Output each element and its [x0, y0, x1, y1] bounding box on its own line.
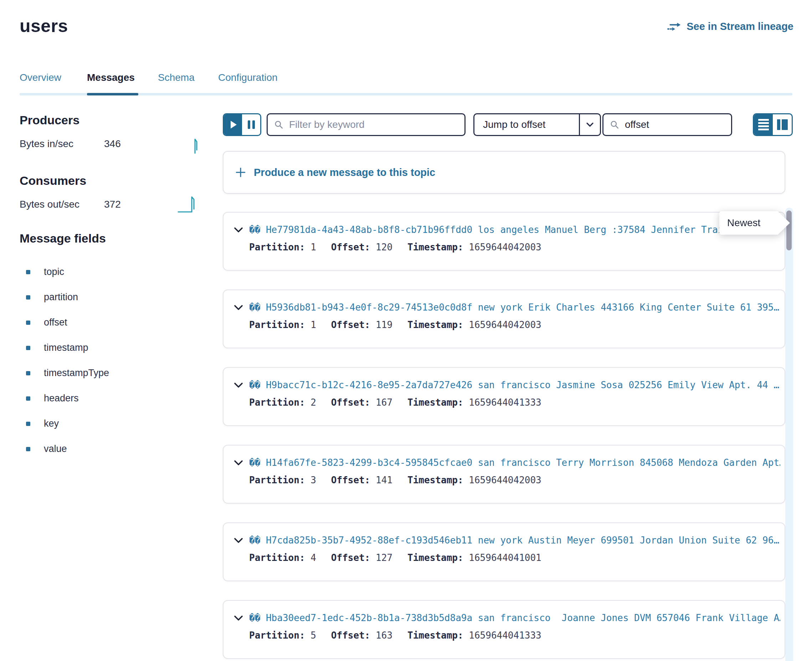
- chevron-down-icon[interactable]: [234, 460, 243, 465]
- message-field-label: value: [44, 444, 67, 455]
- offset-label: Offset:: [331, 319, 370, 330]
- message-card[interactable]: �� H5936db81-b943-4e0f-8c29-74513e0c0d8f…: [223, 289, 785, 348]
- tab-overview[interactable]: Overview: [19, 72, 61, 83]
- chevron-down-icon[interactable]: [234, 383, 243, 388]
- bytes-out-label: Bytes out/sec: [19, 199, 80, 210]
- offset-label: Offset:: [331, 552, 370, 563]
- pause-icon: [248, 120, 255, 129]
- bytes-in-label: Bytes in/sec: [19, 138, 74, 150]
- bullet-icon: [26, 396, 30, 401]
- timestamp-label: Timestamp:: [407, 552, 463, 563]
- message-key[interactable]: �� Hba30eed7-1edc-452b-8b1a-738d3b5d8a9a…: [249, 613, 780, 623]
- offset-search-wrap[interactable]: [602, 113, 732, 136]
- message-card[interactable]: �� H9bacc71c-b12c-4216-8e95-2a7da727e426…: [223, 367, 785, 426]
- message-key[interactable]: �� He77981da-4a43-48ab-b8f8-cb71b96ffdd0…: [249, 224, 740, 235]
- partition-label: Partition:: [249, 630, 305, 641]
- offset-search-input[interactable]: [624, 118, 725, 131]
- timestamp-value: 1659644041333: [469, 630, 541, 641]
- stream-lineage-label: See in Stream lineage: [687, 21, 793, 32]
- column-view-button[interactable]: [773, 114, 792, 135]
- message-field-item[interactable]: headers: [19, 386, 191, 411]
- message-key[interactable]: �� H7cda825b-35b7-4952-88ef-c193d546eb11…: [249, 535, 779, 546]
- consumers-heading: Consumers: [19, 174, 86, 188]
- message-field-item[interactable]: value: [19, 436, 191, 461]
- partition-value: 1: [311, 319, 316, 330]
- select-chevron-segment[interactable]: [579, 114, 600, 135]
- message-key[interactable]: �� H5936db81-b943-4e0f-8c29-74513e0c0d8f…: [249, 302, 779, 313]
- message-meta: Partition: 4 Offset: 127 Timestamp: 1659…: [249, 552, 781, 563]
- message-card[interactable]: �� Hba30eed7-1edc-452b-8b1a-738d3b5d8a9a…: [223, 600, 785, 659]
- message-field-label: headers: [44, 393, 79, 404]
- bullet-icon: [26, 321, 30, 325]
- bullet-icon: [26, 422, 30, 426]
- message-field-item[interactable]: key: [19, 411, 191, 436]
- tab-active-underline: [87, 93, 138, 96]
- filter-keyword-input[interactable]: [288, 118, 458, 131]
- bullet-icon: [26, 270, 30, 274]
- jump-to-offset-label: Jump to offset: [474, 114, 579, 135]
- offset-value: 141: [376, 475, 392, 485]
- message-meta: Partition: 5 Offset: 163 Timestamp: 1659…: [249, 630, 781, 641]
- search-icon: [274, 120, 283, 129]
- partition-value: 2: [311, 397, 316, 408]
- message-field-item[interactable]: topic: [19, 259, 191, 284]
- jump-to-offset-select[interactable]: Jump to offset: [473, 113, 601, 136]
- partition-value: 5: [311, 630, 316, 641]
- chevron-down-icon[interactable]: [234, 538, 243, 543]
- newest-tooltip: Newest: [719, 211, 778, 235]
- play-icon: [231, 121, 237, 129]
- view-mode-toggle[interactable]: [753, 113, 793, 136]
- message-field-item[interactable]: partition: [19, 284, 191, 310]
- offset-value: 120: [376, 242, 392, 252]
- produce-message-button[interactable]: Produce a new message to this topic: [223, 151, 785, 194]
- timestamp-label: Timestamp:: [407, 475, 463, 485]
- bullet-icon: [26, 346, 30, 350]
- timestamp-value: 1659644042003: [469, 242, 541, 252]
- offset-label: Offset:: [331, 630, 370, 641]
- search-icon: [610, 120, 619, 129]
- tab-messages[interactable]: Messages: [87, 72, 135, 83]
- chevron-down-icon[interactable]: [234, 305, 243, 310]
- message-field-item[interactable]: timestampType: [19, 361, 191, 386]
- timestamp-value: 1659644041333: [469, 397, 541, 408]
- partition-label: Partition:: [249, 242, 305, 252]
- offset-label: Offset:: [331, 475, 370, 485]
- pause-button[interactable]: [242, 114, 260, 135]
- message-field-label: offset: [44, 317, 67, 328]
- filter-input-wrap[interactable]: [267, 113, 466, 136]
- chevron-down-icon[interactable]: [234, 615, 243, 621]
- message-card[interactable]: �� H7cda825b-35b7-4952-88ef-c193d546eb11…: [223, 522, 785, 581]
- scrollbar-track[interactable]: [785, 208, 793, 661]
- produce-message-label: Produce a new message to this topic: [254, 167, 435, 179]
- list-view-button[interactable]: [754, 114, 773, 135]
- message-meta: Partition: 1 Offset: 119 Timestamp: 1659…: [249, 319, 781, 330]
- message-key[interactable]: �� H14fa67fe-5823-4299-b3c4-595845cfcae0…: [249, 457, 780, 468]
- tab-configuration[interactable]: Configuration: [218, 72, 278, 83]
- newest-tooltip-arrow: [778, 211, 790, 235]
- bytes-out-sparkline: [178, 193, 202, 214]
- stream-lineage-link[interactable]: See in Stream lineage: [667, 21, 793, 32]
- message-field-item[interactable]: timestamp: [19, 335, 191, 361]
- message-field-item[interactable]: offset: [19, 310, 191, 335]
- message-fields-list: topic partition offset timestamp timesta…: [19, 259, 191, 461]
- message-list: �� He77981da-4a43-48ab-b8f8-cb71b96ffdd0…: [223, 212, 785, 659]
- chevron-down-icon[interactable]: [234, 227, 243, 233]
- column-view-icon: [777, 119, 788, 130]
- bullet-icon: [26, 295, 30, 300]
- message-meta: Partition: 2 Offset: 167 Timestamp: 1659…: [249, 397, 781, 408]
- tab-schema[interactable]: Schema: [158, 72, 195, 83]
- newest-tooltip-label: Newest: [719, 211, 778, 235]
- timestamp-label: Timestamp:: [407, 319, 463, 330]
- message-key[interactable]: �� H9bacc71c-b12c-4216-8e95-2a7da727e426…: [249, 380, 779, 390]
- play-pause-toggle[interactable]: [223, 113, 261, 136]
- timestamp-value: 1659644042003: [469, 475, 541, 485]
- offset-value: 119: [376, 319, 392, 330]
- play-button[interactable]: [224, 114, 242, 135]
- message-card[interactable]: �� He77981da-4a43-48ab-b8f8-cb71b96ffdd0…: [223, 212, 785, 271]
- offset-label: Offset:: [331, 242, 370, 252]
- message-field-label: key: [44, 418, 59, 429]
- timestamp-value: 1659644041001: [469, 552, 541, 563]
- timestamp-label: Timestamp:: [407, 630, 463, 641]
- message-card[interactable]: �� H14fa67fe-5823-4299-b3c4-595845cfcae0…: [223, 445, 785, 504]
- message-field-label: timestampType: [44, 367, 109, 378]
